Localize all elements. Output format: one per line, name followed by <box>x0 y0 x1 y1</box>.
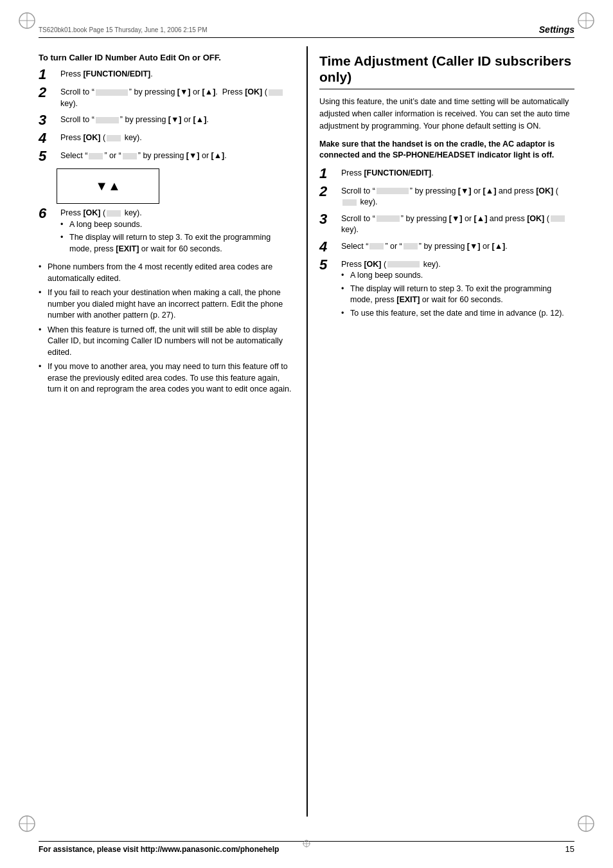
step-6-sub2-text: The display will return to step 3. To ex… <box>69 232 294 255</box>
step-content-2: Scroll to “” by pressing [▼] or [▲]. Pre… <box>60 87 294 109</box>
r-bullet-dot-5-2: • <box>341 284 350 306</box>
bullet-dot-3: • <box>39 325 48 359</box>
blank-6a <box>107 210 121 217</box>
right-step-5-sub3: • To use this feature, set the date and … <box>341 308 574 320</box>
r-blank-5a <box>387 261 420 267</box>
step-4: 4 Press [OK] ( key). <box>39 132 294 145</box>
bullet-dot-6-1: • <box>60 219 69 231</box>
step-content-1: Press [FUNCTION/EDIT]. <box>60 69 294 80</box>
step-number-1: 1 <box>39 68 57 82</box>
blank-5b <box>123 153 137 159</box>
r-bullet-dot-5-3: • <box>341 308 350 320</box>
step-6: 6 Press [OK] ( key). • A long beep sound… <box>39 208 294 257</box>
right-intro: Using this feature, the unit’s date and … <box>319 96 574 132</box>
footer-assistance-text: For assistance, please visit http://www.… <box>39 845 279 854</box>
r-blank-4b <box>404 243 418 249</box>
bullet-list: • Phone numbers from the 4 most recently… <box>39 262 294 395</box>
bullet-text-2: If you fail to reach your destination wh… <box>48 287 294 321</box>
bullet-item-2: • If you fail to reach your destination … <box>39 287 294 321</box>
right-step-5-sub2: • The display will return to step 3. To … <box>341 284 574 306</box>
page: TS620bk01.book Page 15 Thursday, June 1,… <box>0 0 613 868</box>
blank-2a <box>96 89 128 96</box>
step-5: 5 Select “” or “” by pressing [▼] or [▲]… <box>39 150 294 163</box>
right-step-number-1: 1 <box>319 167 337 181</box>
step-3: 3 Scroll to “” by pressing [▼] or [▲]. <box>39 114 294 127</box>
bullet-item-3: • When this feature is turned off, the u… <box>39 325 294 359</box>
diagram-box: ▼▲ <box>57 168 159 204</box>
header-title: Settings <box>539 24 574 35</box>
bottom-center-mark <box>302 839 311 850</box>
r-blank-3b <box>551 215 565 222</box>
right-step-content-1: Press [FUNCTION/EDIT]. <box>341 168 574 179</box>
step-6-sub1-text: A long beep sounds. <box>69 219 142 231</box>
right-step-4: 4 Select “” or “” by pressing [▼] or [▲]… <box>319 241 574 254</box>
diagram-symbol: ▼▲ <box>95 179 121 194</box>
step-1: 1 Press [FUNCTION/EDIT]. <box>39 69 294 82</box>
right-step-content-2: Scroll to “” by pressing [▼] or [▲] and … <box>341 186 574 208</box>
blank-3a <box>96 117 119 123</box>
header-bar: TS620bk01.book Page 15 Thursday, June 1,… <box>39 24 574 38</box>
r-bullet-dot-5-1: • <box>341 270 350 282</box>
step-content-6: Press [OK] ( key). • A long beep sounds.… <box>60 208 294 257</box>
right-step-number-5: 5 <box>319 258 337 272</box>
right-step-number-2: 2 <box>319 185 337 199</box>
blank-4a <box>107 135 121 141</box>
step-number-4: 4 <box>39 131 57 145</box>
step-6-sub1: • A long beep sounds. <box>60 219 294 231</box>
left-section-heading: To turn Caller ID Number Auto Edit On or… <box>39 53 294 62</box>
bullet-text-1: Phone numbers from the 4 most recently e… <box>48 262 294 284</box>
step-number-5: 5 <box>39 149 57 163</box>
r-blank-2b <box>342 199 357 206</box>
right-step-number-3: 3 <box>319 212 337 226</box>
blank-2b <box>269 89 283 96</box>
bullet-text-3: When this feature is turned off, the uni… <box>48 325 294 359</box>
right-column: Time Adjustment (Caller ID subscribers o… <box>306 46 574 817</box>
right-step-3: 3 Scroll to “” by pressing [▼] or [▲] an… <box>319 213 574 236</box>
r-step-5-sub3-text: To use this feature, set the date and ti… <box>350 308 564 320</box>
corner-tr <box>577 12 595 30</box>
header-file-info: TS620bk01.book Page 15 Thursday, June 1,… <box>39 26 208 33</box>
right-bold-note: Make sure that the handset is on the cra… <box>319 139 574 161</box>
right-step-5-sub1: • A long beep sounds. <box>341 270 574 282</box>
right-step-1: 1 Press [FUNCTION/EDIT]. <box>319 168 574 181</box>
step-2: 2 Scroll to “” by pressing [▼] or [▲]. P… <box>39 87 294 109</box>
r-step-5-sub2-text: The display will return to step 3. To ex… <box>350 284 574 306</box>
right-step-content-3: Scroll to “” by pressing [▼] or [▲] and … <box>341 213 574 236</box>
bullet-dot-6-2: • <box>60 232 69 255</box>
footer-page-number: 15 <box>565 844 574 854</box>
key-function-edit-1: [FUNCTION/EDIT] <box>83 69 150 78</box>
right-step-content-4: Select “” or “” by pressing [▼] or [▲]. <box>341 241 574 253</box>
right-step-2: 2 Scroll to “” by pressing [▼] or [▲] an… <box>319 186 574 208</box>
step-content-4: Press [OK] ( key). <box>60 132 294 144</box>
bullet-dot-4: • <box>39 361 48 395</box>
bullet-text-4: If you move to another area, you may nee… <box>48 361 294 395</box>
bullet-dot-2: • <box>39 287 48 321</box>
right-step-5: 5 Press [OK] ( key). • A long beep sound… <box>319 259 574 321</box>
step-number-2: 2 <box>39 86 57 100</box>
corner-bl <box>18 815 36 833</box>
step-number-6: 6 <box>39 206 57 221</box>
right-step-number-4: 4 <box>319 240 337 254</box>
step-number-3: 3 <box>39 113 57 127</box>
step-content-5: Select “” or “” by pressing [▼] or [▲]. <box>60 150 294 162</box>
bullet-item-4: • If you move to another area, you may n… <box>39 361 294 395</box>
corner-tl <box>18 12 36 30</box>
left-column: To turn Caller ID Number Auto Edit On or… <box>39 46 294 817</box>
bullet-item-1: • Phone numbers from the 4 most recently… <box>39 262 294 284</box>
blank-5a <box>89 153 103 159</box>
step-6-sub2: • The display will return to step 3. To … <box>60 232 294 255</box>
r-blank-3a <box>377 215 400 222</box>
content-area: To turn Caller ID Number Auto Edit On or… <box>39 46 574 817</box>
r-step-5-sub1-text: A long beep sounds. <box>350 270 423 282</box>
step-content-3: Scroll to “” by pressing [▼] or [▲]. <box>60 114 294 126</box>
bullet-dot-1: • <box>39 262 48 284</box>
r-blank-2a <box>377 188 409 194</box>
right-section-title: Time Adjustment (Caller ID subscribers o… <box>319 53 574 89</box>
corner-br <box>577 815 595 833</box>
right-step-content-5: Press [OK] ( key). • A long beep sounds.… <box>341 259 574 321</box>
r-blank-4a <box>369 243 384 249</box>
